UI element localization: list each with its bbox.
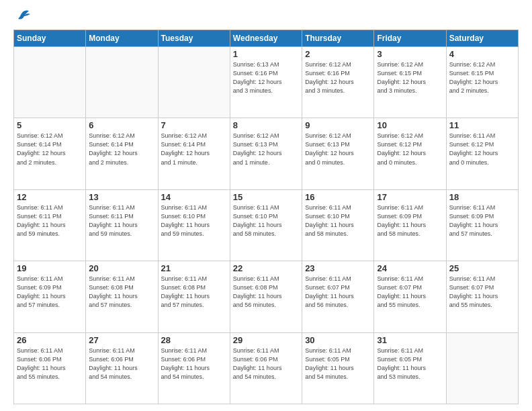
calendar-week-row: 12Sunrise: 6:11 AM Sunset: 6:11 PM Dayli… [14,189,519,261]
calendar-day-cell: 14Sunrise: 6:11 AM Sunset: 6:10 PM Dayli… [158,189,230,261]
day-number: 16 [305,192,371,202]
calendar-day-cell: 9Sunrise: 6:12 AM Sunset: 6:13 PM Daylig… [302,118,374,189]
calendar-day-cell: 29Sunrise: 6:11 AM Sunset: 6:06 PM Dayli… [230,332,302,404]
calendar-day-cell: 15Sunrise: 6:11 AM Sunset: 6:10 PM Dayli… [230,189,302,261]
day-info: Sunrise: 6:11 AM Sunset: 6:07 PM Dayligh… [305,275,371,310]
day-info: Sunrise: 6:12 AM Sunset: 6:12 PM Dayligh… [377,132,443,167]
day-number: 13 [89,192,154,202]
calendar-day-cell: 12Sunrise: 6:11 AM Sunset: 6:11 PM Dayli… [14,189,86,261]
calendar-week-row: 1Sunrise: 6:13 AM Sunset: 6:16 PM Daylig… [14,47,519,118]
calendar-day-cell: 24Sunrise: 6:11 AM Sunset: 6:07 PM Dayli… [374,261,446,332]
day-number: 4 [449,49,515,59]
calendar-day-cell: 3Sunrise: 6:12 AM Sunset: 6:15 PM Daylig… [374,47,446,118]
calendar-day-cell: 1Sunrise: 6:13 AM Sunset: 6:16 PM Daylig… [230,47,302,118]
day-number: 8 [233,120,299,130]
day-number: 20 [89,263,154,273]
day-number: 31 [377,335,443,345]
day-number: 1 [233,49,299,59]
day-info: Sunrise: 6:11 AM Sunset: 6:08 PM Dayligh… [233,275,299,310]
day-number: 15 [233,192,299,202]
day-info: Sunrise: 6:11 AM Sunset: 6:06 PM Dayligh… [89,347,154,381]
header [13,11,519,21]
day-info: Sunrise: 6:11 AM Sunset: 6:08 PM Dayligh… [89,275,154,310]
day-info: Sunrise: 6:11 AM Sunset: 6:05 PM Dayligh… [377,347,443,381]
calendar-day-header: Thursday [302,30,374,47]
day-number: 7 [161,120,227,130]
day-info: Sunrise: 6:11 AM Sunset: 6:12 PM Dayligh… [449,132,515,167]
day-info: Sunrise: 6:11 AM Sunset: 6:09 PM Dayligh… [449,203,515,238]
page: SundayMondayTuesdayWednesdayThursdayFrid… [0,0,532,411]
calendar-day-cell: 19Sunrise: 6:11 AM Sunset: 6:09 PM Dayli… [14,261,86,332]
calendar-day-cell: 11Sunrise: 6:11 AM Sunset: 6:12 PM Dayli… [446,118,518,189]
day-number: 9 [305,120,371,130]
day-number: 29 [233,335,299,345]
calendar-day-cell: 31Sunrise: 6:11 AM Sunset: 6:05 PM Dayli… [374,332,446,404]
day-info: Sunrise: 6:11 AM Sunset: 6:11 PM Dayligh… [89,203,154,238]
day-info: Sunrise: 6:12 AM Sunset: 6:15 PM Dayligh… [449,60,515,95]
day-number: 27 [89,335,154,345]
day-info: Sunrise: 6:11 AM Sunset: 6:05 PM Dayligh… [305,347,371,381]
calendar-week-row: 26Sunrise: 6:11 AM Sunset: 6:06 PM Dayli… [14,332,519,404]
day-number: 30 [305,335,371,345]
calendar-day-cell [446,332,518,404]
calendar-day-cell: 23Sunrise: 6:11 AM Sunset: 6:07 PM Dayli… [302,261,374,332]
day-info: Sunrise: 6:11 AM Sunset: 6:09 PM Dayligh… [377,203,443,238]
calendar-day-cell: 8Sunrise: 6:12 AM Sunset: 6:13 PM Daylig… [230,118,302,189]
calendar-day-cell: 21Sunrise: 6:11 AM Sunset: 6:08 PM Dayli… [158,261,230,332]
calendar-day-cell [14,47,86,118]
day-info: Sunrise: 6:12 AM Sunset: 6:14 PM Dayligh… [89,132,154,167]
calendar-day-cell [86,47,158,118]
calendar-day-cell: 26Sunrise: 6:11 AM Sunset: 6:06 PM Dayli… [14,332,86,404]
calendar-day-cell: 13Sunrise: 6:11 AM Sunset: 6:11 PM Dayli… [86,189,158,261]
day-info: Sunrise: 6:11 AM Sunset: 6:10 PM Dayligh… [233,203,299,238]
day-info: Sunrise: 6:11 AM Sunset: 6:06 PM Dayligh… [161,347,227,381]
day-number: 17 [377,192,443,202]
day-number: 5 [17,120,83,130]
logo [13,11,33,21]
day-number: 25 [449,263,515,273]
day-number: 18 [449,192,515,202]
day-info: Sunrise: 6:11 AM Sunset: 6:10 PM Dayligh… [161,203,227,238]
calendar-day-cell: 25Sunrise: 6:11 AM Sunset: 6:07 PM Dayli… [446,261,518,332]
calendar-day-header: Friday [374,30,446,47]
day-info: Sunrise: 6:12 AM Sunset: 6:15 PM Dayligh… [377,60,443,95]
calendar-day-cell: 4Sunrise: 6:12 AM Sunset: 6:15 PM Daylig… [446,47,518,118]
calendar-day-cell [158,47,230,118]
day-number: 24 [377,263,443,273]
calendar-day-cell: 2Sunrise: 6:12 AM Sunset: 6:16 PM Daylig… [302,47,374,118]
day-info: Sunrise: 6:11 AM Sunset: 6:08 PM Dayligh… [161,275,227,310]
calendar-day-cell: 18Sunrise: 6:11 AM Sunset: 6:09 PM Dayli… [446,189,518,261]
calendar-day-header: Wednesday [230,30,302,47]
day-info: Sunrise: 6:11 AM Sunset: 6:07 PM Dayligh… [377,275,443,310]
day-info: Sunrise: 6:13 AM Sunset: 6:16 PM Dayligh… [233,60,299,95]
day-info: Sunrise: 6:11 AM Sunset: 6:09 PM Dayligh… [17,275,83,310]
calendar-table: SundayMondayTuesdayWednesdayThursdayFrid… [13,30,519,404]
day-number: 19 [17,263,83,273]
calendar-day-cell: 5Sunrise: 6:12 AM Sunset: 6:14 PM Daylig… [14,118,86,189]
day-number: 28 [161,335,227,345]
day-info: Sunrise: 6:11 AM Sunset: 6:10 PM Dayligh… [305,203,371,238]
calendar-day-header: Monday [86,30,158,47]
day-info: Sunrise: 6:12 AM Sunset: 6:13 PM Dayligh… [233,132,299,167]
day-number: 2 [305,49,371,59]
calendar-day-header: Saturday [446,30,518,47]
calendar-day-cell: 10Sunrise: 6:12 AM Sunset: 6:12 PM Dayli… [374,118,446,189]
day-info: Sunrise: 6:11 AM Sunset: 6:06 PM Dayligh… [17,347,83,381]
calendar-day-header: Sunday [14,30,86,47]
day-number: 11 [449,120,515,130]
calendar-week-row: 5Sunrise: 6:12 AM Sunset: 6:14 PM Daylig… [14,118,519,189]
calendar-day-cell: 28Sunrise: 6:11 AM Sunset: 6:06 PM Dayli… [158,332,230,404]
day-info: Sunrise: 6:12 AM Sunset: 6:13 PM Dayligh… [305,132,371,167]
day-info: Sunrise: 6:12 AM Sunset: 6:16 PM Dayligh… [305,60,371,95]
day-number: 22 [233,263,299,273]
calendar-week-row: 19Sunrise: 6:11 AM Sunset: 6:09 PM Dayli… [14,261,519,332]
day-number: 6 [89,120,154,130]
calendar-day-cell: 6Sunrise: 6:12 AM Sunset: 6:14 PM Daylig… [86,118,158,189]
day-info: Sunrise: 6:11 AM Sunset: 6:07 PM Dayligh… [449,275,515,310]
logo-bird-icon [15,8,33,21]
day-number: 21 [161,263,227,273]
day-number: 3 [377,49,443,59]
day-number: 26 [17,335,83,345]
calendar-day-cell: 7Sunrise: 6:12 AM Sunset: 6:14 PM Daylig… [158,118,230,189]
day-number: 14 [161,192,227,202]
